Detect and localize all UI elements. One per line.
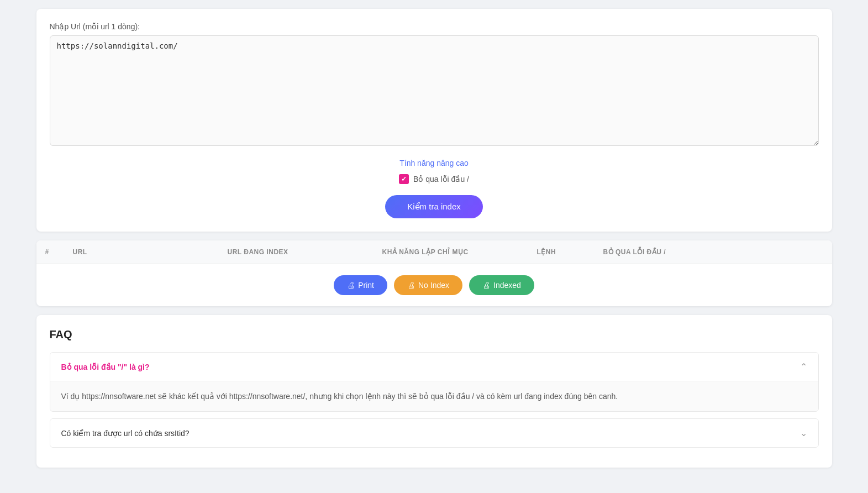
faq-question-1[interactable]: Có kiểm tra được url có chứa srsItid? ⌄ [50,419,818,447]
advanced-title[interactable]: Tính năng nâng cao [50,159,819,167]
url-input-label: Nhập Url (mỗi url 1 dòng): [50,22,819,31]
col-lenh: LỆNH [528,240,595,264]
indexed-label: Indexed [493,281,521,290]
faq-question-text-0: Bỏ qua lỗi đầu "/" là gì? [61,363,150,371]
table-actions: 🖨 Print 🖨 No Index 🖨 Indexed [36,264,832,306]
faq-answer-0: Ví dụ https://nnsoftware.net sẽ khác kết… [50,381,818,411]
noindex-label: No Index [418,281,449,290]
table-header-row: # URL URL ĐANG INDEX KHẢ NĂNG LẬP CHỈ MỤ… [36,240,832,264]
results-table: # URL URL ĐANG INDEX KHẢ NĂNG LẬP CHỈ MỤ… [36,240,832,264]
indexed-icon: 🖨 [482,281,490,290]
col-kha-nang: KHẢ NĂNG LẬP CHỈ MỤC [373,240,528,264]
faq-question-text-1: Có kiểm tra được url có chứa srsItid? [61,429,190,438]
check-index-button[interactable]: Kiểm tra index [385,195,483,218]
table-header: # URL URL ĐANG INDEX KHẢ NĂNG LẬP CHỈ MỤ… [36,240,832,264]
url-textarea[interactable]: https://solanndigital.com/ [50,35,819,146]
noindex-button[interactable]: 🖨 No Index [394,275,462,295]
faq-item-1: Có kiểm tra được url có chứa srsItid? ⌄ [50,418,819,448]
results-table-section: # URL URL ĐANG INDEX KHẢ NĂNG LẬP CHỈ MỤ… [36,240,832,306]
col-url: URL [64,240,219,264]
advanced-section: Tính năng nâng cao Bỏ qua lỗi đầu / Kiểm… [50,159,819,218]
print-button[interactable]: 🖨 Print [334,275,387,295]
faq-item-0: Bỏ qua lỗi đầu "/" là gì? ⌃ Ví dụ https:… [50,352,819,412]
ignore-slash-checkbox[interactable] [399,174,409,184]
col-hash: # [36,240,64,264]
checkbox-label: Bỏ qua lỗi đầu / [413,175,469,183]
print-icon: 🖨 [347,281,355,290]
faq-section: FAQ Bỏ qua lỗi đầu "/" là gì? ⌃ Ví dụ ht… [36,315,832,468]
col-bo-qua: BỎ QUA LỖI ĐẦU / [595,240,832,264]
print-label: Print [358,281,374,290]
faq-question-0[interactable]: Bỏ qua lỗi đầu "/" là gì? ⌃ [50,353,818,381]
col-url-index: URL ĐANG INDEX [219,240,373,264]
faq-title: FAQ [50,328,819,341]
faq-chevron-up-0: ⌃ [800,361,807,372]
url-input-card: Nhập Url (mỗi url 1 dòng): https://solan… [36,9,832,232]
faq-chevron-down-1: ⌄ [800,428,807,438]
indexed-button[interactable]: 🖨 Indexed [469,275,534,295]
noindex-icon: 🖨 [407,281,415,290]
checkbox-row: Bỏ qua lỗi đầu / [50,174,819,184]
